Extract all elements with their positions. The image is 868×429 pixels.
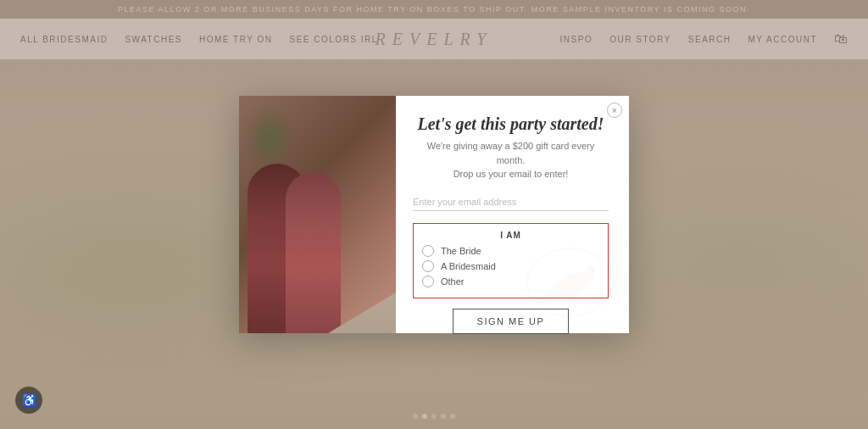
- plant-decoration: [243, 104, 294, 172]
- radio-circle-other[interactable]: [422, 276, 434, 287]
- radio-label-bridesmaid: A Bridesmaid: [441, 261, 496, 271]
- svg-point-1: [587, 265, 595, 274]
- email-input[interactable]: [413, 193, 609, 211]
- accessibility-icon: ♿: [22, 393, 36, 408]
- modal-title: Let's get this party started!: [413, 114, 609, 134]
- figure-2: [286, 172, 341, 333]
- radio-circle-bridesmaid[interactable]: [422, 260, 434, 272]
- modal-close-button[interactable]: ×: [607, 103, 622, 118]
- modal-image-panel: [239, 96, 396, 333]
- modal-subtitle: We're giving away a $200 gift card every…: [413, 139, 609, 181]
- radio-label-other: Other: [441, 276, 465, 287]
- i-am-label: I AM: [422, 231, 599, 240]
- radio-label-bride: The Bride: [441, 246, 481, 256]
- radio-circle-bride[interactable]: [422, 245, 434, 257]
- accessibility-button[interactable]: ♿: [15, 387, 42, 414]
- email-signup-modal: × Let's get this party started! We're gi…: [239, 96, 629, 333]
- modal-content-panel: × Let's get this party started! We're gi…: [396, 96, 629, 333]
- modal-watermark: [519, 240, 620, 325]
